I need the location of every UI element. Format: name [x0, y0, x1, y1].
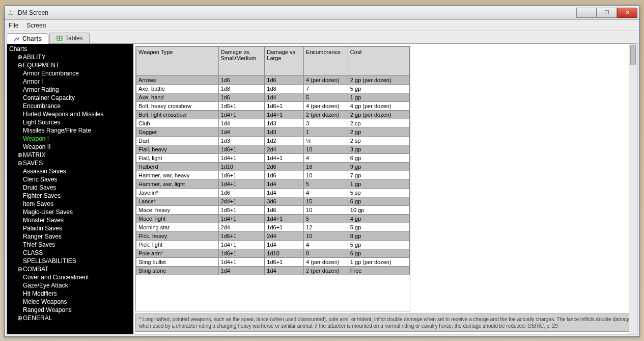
table-cell: 1d4 [265, 241, 304, 249]
tree-general[interactable]: ⊕GENERAL [12, 314, 133, 322]
tree-root-charts[interactable]: Charts [9, 45, 133, 53]
tree-spells[interactable]: SPELLS/ABILITIES [12, 257, 133, 265]
table-cell: 4 [304, 241, 348, 249]
weapons-table: Weapon TypeDamage vs. Small/MediumDamage… [136, 46, 410, 275]
table-row[interactable]: Sling stone1d41d42 (per dozen)Free [136, 267, 410, 275]
tree-leaf[interactable]: —Hurled Weapons and Missiles [12, 110, 133, 118]
table-row[interactable]: Sling bullet1d4+11d6+14 (per dozen)1 gp … [136, 258, 410, 267]
tree-leaf[interactable]: —Fighter Saves [12, 192, 133, 200]
table-row[interactable]: Lance*2d4+13d6156 gp [136, 197, 410, 206]
table-row[interactable]: Halberd1d102d6189 gp [136, 163, 410, 171]
tree-leaf[interactable]: —Encumbrance [12, 102, 133, 110]
table-row[interactable]: Mace, heavy1d6+11d61010 gp [136, 206, 410, 215]
tree-leaf[interactable]: —Ranger Saves [12, 232, 133, 241]
table-cell: 1 gp [348, 93, 409, 102]
tree-leaf[interactable]: —Armor I [12, 77, 133, 86]
column-header[interactable]: Cost [348, 47, 409, 76]
table-row[interactable]: Club1d41d332 cp [136, 119, 410, 128]
menu-file[interactable]: File [9, 22, 18, 29]
table-cell: 1d4+1 [218, 241, 265, 249]
table-cell: 1d6 [218, 189, 265, 197]
tree-leaf[interactable]: —Item Saves [12, 200, 133, 208]
table-row[interactable]: Pick, light1d4+11d445 gp [136, 241, 410, 249]
tab-tables[interactable]: Tables [49, 33, 90, 43]
tree-ability[interactable]: ⊕ABILITY [12, 53, 133, 61]
tab-charts[interactable]: Charts [7, 33, 48, 44]
tree-leaf[interactable]: —Hit Modifiers [12, 290, 133, 298]
table-cell: 1d6+1 [218, 232, 265, 241]
table-row[interactable]: Axe, battle1d81d875 gp [136, 85, 410, 93]
tree-class[interactable]: CLASS [12, 249, 133, 257]
tree-panel[interactable]: Charts ⊕ABILITY ⊖EQUIPMENT —Armor Encumb… [7, 44, 133, 334]
minimize-button[interactable]: ─ [576, 8, 597, 18]
column-header[interactable]: Damage vs. Small/Medium [218, 47, 265, 76]
tree-leaf[interactable]: —Cover and Concealment [12, 273, 133, 281]
tree-leaf[interactable]: —Armor Encumbrance [12, 69, 133, 77]
tree-leaf[interactable]: —Gaze/Eye Attack [12, 281, 133, 290]
table-cell: Club [136, 119, 219, 128]
table-row[interactable]: Flail, light1d4+11d4+146 gp [136, 154, 410, 163]
tree-saves[interactable]: ⊖SAVES [12, 159, 133, 167]
maximize-button[interactable]: ☐ [597, 8, 617, 18]
table-row[interactable]: Arrows1d61d64 (per dozen)2 gp (per dozen… [136, 76, 410, 85]
table-row[interactable]: Dart1d31d2½2 sp [136, 137, 410, 145]
table-row[interactable]: Mace, light1d4+11d4+154 gp [136, 215, 410, 223]
table-cell: Halberd [136, 163, 219, 171]
table-row[interactable]: Pole arm*1d6+11d1086 gp [136, 249, 410, 258]
table-row[interactable]: Flail, heavy1d6+12d4103 gp [136, 145, 410, 154]
tree-leaf[interactable]: —Magic-User Saves [12, 208, 133, 216]
scrollbar-thumb[interactable] [630, 45, 636, 65]
table-container[interactable]: Weapon TypeDamage vs. Small/MediumDamage… [135, 46, 410, 311]
tree-leaf[interactable]: —Weapon I [12, 135, 133, 143]
table-cell: Hammer, war, heavy [136, 171, 219, 180]
tree-leaf[interactable]: —Monster Saves [12, 216, 133, 224]
column-header[interactable]: Weapon Type [136, 47, 219, 76]
tree-leaf[interactable]: —Weapon II [12, 143, 133, 151]
table-row[interactable]: Javelin*1d61d445 sp [136, 189, 410, 197]
table-cell: 1d10 [218, 163, 265, 171]
tree-leaf[interactable]: —Paladin Saves [12, 224, 133, 232]
table-row[interactable]: Axe, hand1d61d451 gp [136, 93, 410, 102]
column-header[interactable]: Encumbrance [304, 47, 348, 76]
tree-combat[interactable]: ⊖COMBAT [12, 265, 133, 273]
scrollbar-vertical[interactable] [629, 44, 637, 334]
table-row[interactable]: Morning star2d41d6+1125 gp [136, 223, 410, 232]
table-cell: 5 gp [348, 85, 409, 93]
tree-leaf[interactable]: —Druid Saves [12, 183, 133, 192]
table-cell: 2 sp [348, 137, 409, 145]
table-row[interactable]: Bolt, light crossbow1d4+11d4+12 (per doz… [136, 111, 410, 119]
table-cell: 1d3 [265, 128, 304, 137]
table-cell: 1d4 [218, 267, 265, 275]
tree-leaf[interactable]: —Container Capacity [12, 94, 133, 102]
table-cell: 10 gp [348, 206, 409, 215]
tree-leaf[interactable]: —Assassin Saves [12, 167, 133, 175]
tree-equipment[interactable]: ⊖EQUIPMENT [12, 61, 133, 69]
table-cell: 1d4+1 [265, 215, 304, 223]
column-header[interactable]: Damage vs. Large [265, 47, 304, 76]
table-row[interactable]: Hammer, war, heavy1d6+11d6107 gp [136, 171, 410, 180]
menu-screen[interactable]: Screen [26, 22, 46, 29]
app-window: DM Screen ─ ☐ ✕ File Screen Charts Table… [4, 5, 640, 337]
table-cell: 5 gp [348, 241, 409, 249]
tree-leaf[interactable]: —Thief Saves [12, 241, 133, 249]
tree-leaf[interactable]: —Melee Weapons [12, 298, 133, 306]
table-cell: 5 [304, 215, 348, 223]
table-cell: Axe, battle [136, 85, 219, 93]
table-cell: 3 gp [348, 145, 409, 154]
tree-leaf[interactable]: —Missiles Range/Fire Rate [12, 126, 133, 135]
tree-leaf[interactable]: —Ranged Weapons [12, 306, 133, 314]
table-cell: 2d4 [265, 145, 304, 154]
tree-matrix[interactable]: ⊕MATRIX [12, 151, 133, 159]
table-row[interactable]: Pick, heavy1d6+12d4108 gp [136, 232, 410, 241]
table-row[interactable]: Hammer, war, light1d4+11d451 gp [136, 180, 410, 189]
table-row[interactable]: Bolt, heavy crossbow1d6+11d6+14 (per doz… [136, 102, 410, 111]
table-cell: 1d4+1 [265, 111, 304, 119]
table-cell: 2 (per dozen) [304, 267, 348, 275]
table-cell: 2 gp (per dozen) [348, 76, 409, 85]
table-cell: 1d6+1 [218, 171, 265, 180]
table-row[interactable]: Dagger1d41d312 gp [136, 128, 410, 137]
close-button[interactable]: ✕ [617, 8, 637, 18]
tree-leaf[interactable]: —Light Sources [12, 118, 133, 126]
tree-leaf[interactable]: —Cleric Saves [12, 175, 133, 183]
tree-leaf[interactable]: —Armor Rating [12, 86, 133, 94]
